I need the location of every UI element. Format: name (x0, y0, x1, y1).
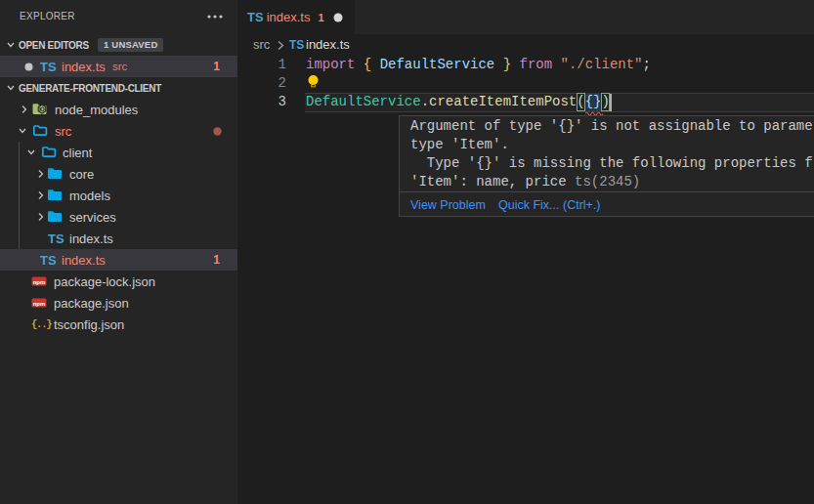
svg-text:npm: npm (33, 279, 46, 285)
svg-text:npm: npm (33, 301, 46, 307)
